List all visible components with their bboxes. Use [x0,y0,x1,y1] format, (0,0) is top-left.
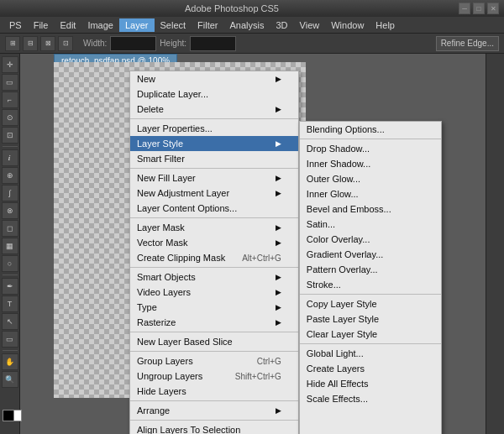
eraser-tool[interactable]: ◻ [2,220,18,237]
submenu-scale-effects[interactable]: Scale Effects... [300,391,441,406]
fg-color-swatch[interactable] [3,410,14,421]
quick-select-tool[interactable]: ⊙ [2,109,18,126]
submenu-copy-layer-style[interactable]: Copy Layer Style [300,296,441,311]
height-input[interactable] [190,36,236,51]
submenu-color-overlay[interactable]: Color Overlay... [300,232,441,247]
gradient-tool[interactable]: ▦ [2,238,18,254]
eyedropper-tool[interactable]: 𝒊 [2,149,18,166]
options-icon4: ⊡ [58,36,73,51]
menu-align-layers[interactable]: Align Layers To Selection [130,422,298,434]
pen-tool[interactable]: ✒ [2,278,18,295]
menu-select[interactable]: Select [155,18,192,32]
crop-tool[interactable]: ⊡ [2,127,18,144]
menu-ungroup-layers[interactable]: Ungroup LayersShift+Ctrl+G [130,369,298,384]
submenu-pattern-overlay[interactable]: Pattern Overlay... [300,262,441,277]
menu-ps[interactable]: PS [3,18,28,32]
submenu-hide-all-effects[interactable]: Hide All Effects [300,376,441,391]
options-bar: ⊞ ⊟ ⊠ ⊡ Width: Height: Refine Edge... [0,34,504,54]
divider5 [130,332,298,332]
menu-filter[interactable]: Filter [192,18,223,32]
tool-divider3 [3,350,18,351]
title-bar: Adobe Photoshop CS5 ─ □ ✕ [0,0,504,17]
menu-new-adjustment-layer[interactable]: New Adjustment Layer▶ [130,186,298,201]
menu-create-clipping-mask[interactable]: Create Clipping MaskAlt+Ctrl+G [130,250,298,265]
submenu-create-layers[interactable]: Create Layers [300,361,441,376]
menu-layer-properties[interactable]: Layer Properties... [130,121,298,136]
refine-edge-button[interactable]: Refine Edge... [436,36,499,51]
menu-bar: PS File Edit Image Layer Select Filter A… [0,17,504,34]
move-tool[interactable]: ✛ [2,56,18,73]
maximize-button[interactable]: □ [473,3,485,14]
dodge-tool[interactable]: ○ [2,255,18,272]
submenu-clear-layer-style[interactable]: Clear Layer Style [300,327,441,342]
submenu-stroke[interactable]: Stroke... [300,277,441,292]
options-icon3: ⊠ [40,36,55,51]
menu-view[interactable]: View [294,18,326,32]
submenu-inner-shadow[interactable]: Inner Shadow... [300,156,441,171]
tool-divider2 [3,275,18,275]
menu-image[interactable]: Image [81,18,119,32]
zoom-tool[interactable]: 🔍 [2,371,18,388]
submenu-global-light[interactable]: Global Light... [300,346,441,361]
menu-video-layers[interactable]: Video Layers▶ [130,285,298,300]
menu-arrange[interactable]: Arrange▶ [130,403,298,418]
menu-help[interactable]: Help [370,18,401,32]
color-swatches [3,410,18,431]
window-controls[interactable]: ─ □ ✕ [459,3,499,14]
submenu-satin[interactable]: Satin... [300,217,441,232]
menu-new-fill-layer[interactable]: New Fill Layer▶ [130,170,298,186]
healing-tool[interactable]: ⊕ [2,167,18,184]
menu-type[interactable]: Type▶ [130,300,298,315]
divider6 [130,351,298,352]
submenu-gradient-overlay[interactable]: Gradient Overlay... [300,247,441,262]
text-tool[interactable]: T [2,295,18,312]
app-title: Adobe Photoshop CS5 [5,3,459,13]
menu-edit[interactable]: Edit [54,18,81,32]
marquee-tool[interactable]: ▭ [2,74,18,91]
menu-layer-mask[interactable]: Layer Mask▶ [130,220,298,235]
close-button[interactable]: ✕ [487,3,499,14]
shape-tool[interactable]: ▭ [2,331,18,348]
width-input[interactable] [110,36,156,51]
menu-hide-layers[interactable]: Hide Layers [130,384,298,399]
lasso-tool[interactable]: ⌐ [2,92,18,108]
menu-smart-objects[interactable]: Smart Objects▶ [130,269,298,285]
layer-menu-dropdown: New▶ Duplicate Layer... Delete▶ Layer Pr… [129,71,442,434]
tool-divider1 [3,146,18,147]
submenu-blending-options[interactable]: Blending Options... [300,122,441,137]
path-select-tool[interactable]: ↖ [2,313,18,330]
divider2 [130,168,298,169]
clone-tool[interactable]: ⊗ [2,202,18,219]
menu-duplicate-layer[interactable]: Duplicate Layer... [130,86,298,102]
menu-new-layer-based-slice[interactable]: New Layer Based Slice [130,334,298,349]
menu-group-layers[interactable]: Group LayersCtrl+G [130,353,298,369]
menu-layer-style[interactable]: Layer Style▶ [130,136,298,151]
submenu-bevel-emboss[interactable]: Bevel and Emboss... [300,201,441,217]
menu-layer-content-options[interactable]: Layer Content Options... [130,201,298,216]
brush-tool[interactable]: ∫ [2,185,18,201]
options-icon1: ⊞ [5,36,20,51]
menu-delete[interactable]: Delete▶ [130,102,298,117]
menu-new[interactable]: New▶ [130,71,298,86]
minimize-button[interactable]: ─ [459,3,470,14]
sub-divider2 [300,294,441,295]
divider7 [130,400,298,401]
submenu-drop-shadow[interactable]: Drop Shadow... [300,141,441,156]
hand-tool[interactable]: ✋ [2,353,18,370]
height-label: Height: [160,39,186,48]
submenu-inner-glow[interactable]: Inner Glow... [300,186,441,201]
layer-style-submenu: Blending Options... Drop Shadow... Inner… [299,121,442,434]
menu-layer[interactable]: Layer [119,18,155,32]
divider1 [130,118,298,119]
submenu-paste-layer-style[interactable]: Paste Layer Style [300,311,441,327]
menu-window[interactable]: Window [325,18,370,32]
menu-analysis[interactable]: Analysis [224,18,270,32]
menu-rasterize[interactable]: Rasterize▶ [130,315,298,330]
menu-3d[interactable]: 3D [270,18,294,32]
sub-divider1 [300,139,441,139]
menu-vector-mask[interactable]: Vector Mask▶ [130,235,298,250]
submenu-outer-glow[interactable]: Outer Glow... [300,171,441,186]
menu-file[interactable]: File [28,18,55,32]
right-panel [486,54,504,434]
menu-smart-filter[interactable]: Smart Filter [130,151,298,166]
